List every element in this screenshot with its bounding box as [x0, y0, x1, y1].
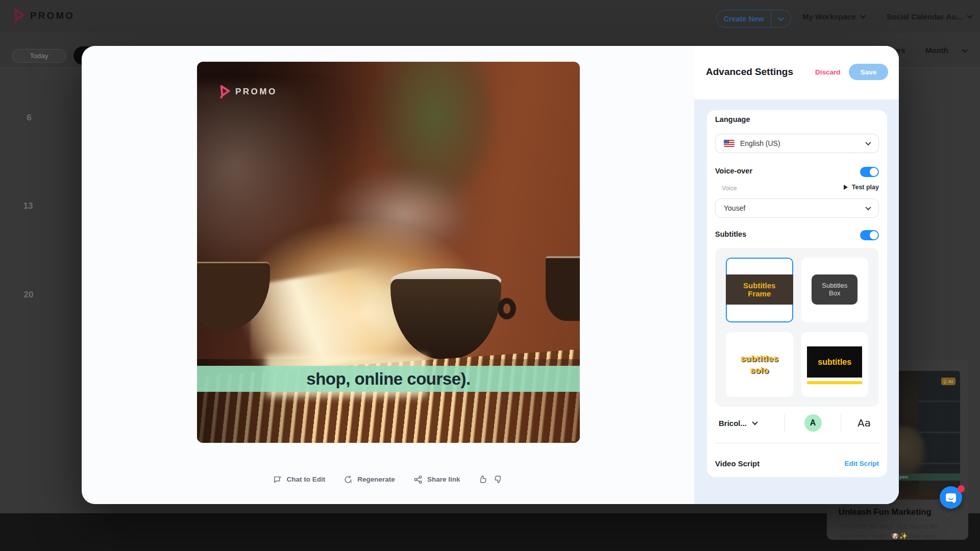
- chevron-down-icon: [865, 140, 871, 145]
- chat-to-edit-button[interactable]: Chat to Edit: [273, 475, 326, 484]
- font-family-dropdown[interactable]: Bricol...: [707, 414, 785, 432]
- thumbs-up-icon[interactable]: [478, 474, 488, 484]
- frame-style-preview: Subtitles Frame: [726, 274, 793, 305]
- panel-title: Advanced Settings: [706, 66, 793, 78]
- top-navbar: PROMO Create New My Workspace Social Cal…: [0, 0, 980, 33]
- regenerate-label: Regenerate: [357, 475, 395, 483]
- subtitles-toggle[interactable]: [860, 230, 879, 240]
- share-link-button[interactable]: Share link: [413, 475, 460, 484]
- calendar-date[interactable]: 20: [24, 290, 34, 300]
- save-button[interactable]: Save: [849, 64, 888, 80]
- voiceover-label: Voice-over: [715, 167, 752, 175]
- ai-badge: AI: [941, 378, 956, 385]
- today-label: Today: [30, 52, 48, 60]
- subtitle-style-box[interactable]: Subtitles Box: [801, 258, 869, 322]
- chevron-down-icon: [967, 13, 972, 18]
- panel-body: Language English (US) Voice-over Voice T…: [694, 99, 899, 504]
- ai-badge-label: AI: [948, 379, 953, 384]
- calendar-date[interactable]: 6: [27, 113, 31, 123]
- chat-notification-dot: [958, 485, 965, 492]
- project-menu[interactable]: Social Calendar Au...: [887, 0, 972, 33]
- block-style-preview: subtitles: [807, 346, 862, 378]
- discard-button[interactable]: Discard: [815, 68, 841, 76]
- mic-icon: [944, 380, 946, 383]
- video-script-label: Video Script: [715, 459, 760, 468]
- subtitle-font-controls: Bricol... A Aa: [707, 407, 887, 439]
- chevron-down-icon[interactable]: [771, 17, 791, 21]
- test-play-button[interactable]: Test play: [844, 184, 879, 191]
- block-style-label: subtitles: [818, 358, 851, 367]
- voice-select[interactable]: Yousef: [715, 198, 879, 218]
- month-view-label: Month: [925, 46, 948, 55]
- box-style-label: Subtitles Box: [822, 282, 847, 297]
- font-color-swatch: A: [804, 414, 822, 432]
- video-preview-modal: shop, online course). PROMO Chat: [82, 46, 899, 504]
- font-color-picker[interactable]: A: [785, 414, 841, 432]
- panel-header: Advanced Settings Discard Save: [694, 46, 899, 99]
- voice-label: Voice: [722, 185, 737, 192]
- video-script-row: Video Script Edit Script: [707, 450, 887, 477]
- test-play-label: Test play: [852, 184, 879, 191]
- font-color-letter: A: [810, 418, 816, 428]
- post-body-text: You came for dogs, but stayed for market…: [839, 522, 948, 541]
- promo-logo[interactable]: PROMO: [13, 9, 75, 23]
- subtitle-style-picker: Subtitles Frame Subtitles Box subtitles …: [715, 248, 879, 407]
- my-workspace-menu[interactable]: My Workspace: [802, 0, 865, 33]
- info-icon[interactable]: i: [945, 508, 952, 515]
- chevron-down-icon: [752, 419, 757, 425]
- thumbs-down-icon[interactable]: [493, 474, 503, 484]
- language-label: Language: [715, 115, 750, 123]
- chat-edit-icon: [273, 475, 282, 484]
- video-actions-row: Chat to Edit Regenerate Share link: [82, 474, 694, 484]
- video-player[interactable]: shop, online course). PROMO: [197, 62, 580, 443]
- box-style-preview: Subtitles Box: [812, 274, 857, 305]
- regenerate-icon: [344, 475, 353, 484]
- video-cup-right: [546, 256, 580, 321]
- promo-watermark-icon: [219, 85, 231, 98]
- project-label: Social Calendar Au...: [887, 12, 963, 21]
- subtitle-style-solo[interactable]: subtitles solo: [726, 332, 793, 397]
- regenerate-button[interactable]: Regenerate: [344, 475, 395, 484]
- chat-to-edit-label: Chat to Edit: [287, 475, 326, 483]
- chevron-down-icon: [860, 13, 866, 18]
- feedback-buttons: [478, 474, 503, 484]
- subtitle-style-frame[interactable]: Subtitles Frame: [726, 258, 793, 322]
- voiceover-toggle[interactable]: [860, 167, 879, 177]
- voice-value: Yousef: [724, 204, 745, 212]
- font-size-button[interactable]: Aa: [841, 414, 887, 432]
- solo-style-preview: subtitles solo: [726, 332, 793, 397]
- edit-script-link[interactable]: Edit Script: [844, 460, 879, 467]
- subtitle-text: shop, online course).: [306, 369, 470, 389]
- post-title: Unleash Fun Marketing: [839, 507, 946, 517]
- font-family-label: Bricol...: [719, 419, 747, 428]
- app-screen: PROMO Create New My Workspace Social Cal…: [0, 0, 980, 551]
- promo-logo-icon: [13, 9, 26, 23]
- share-icon: [413, 475, 423, 484]
- subtitle-band: shop, online course).: [197, 366, 580, 392]
- video-cup-handle: [498, 298, 516, 319]
- block-style-underline: [807, 381, 862, 384]
- us-flag-icon: [724, 140, 734, 147]
- subtitle-style-block[interactable]: subtitles: [801, 332, 869, 397]
- create-new-label: Create New: [717, 15, 771, 23]
- language-value: English (US): [740, 139, 780, 147]
- create-new-button[interactable]: Create New: [716, 10, 791, 28]
- month-view-dropdown[interactable]: Month: [925, 33, 967, 68]
- promo-watermark-text: PROMO: [235, 87, 277, 97]
- font-size-icon: Aa: [857, 417, 871, 429]
- language-select[interactable]: English (US): [715, 134, 879, 153]
- video-watermark: PROMO: [219, 85, 277, 98]
- subtitles-label: Subtitles: [715, 230, 746, 238]
- settings-card: Language English (US) Voice-over Voice T…: [707, 110, 887, 477]
- chevron-down-icon: [962, 46, 967, 52]
- thumbnail-caption-partial: pen:: [899, 474, 909, 480]
- today-button[interactable]: Today: [12, 49, 66, 63]
- my-workspace-label: My Workspace: [802, 12, 856, 21]
- promo-logo-text: PROMO: [30, 10, 75, 21]
- divider: [715, 443, 879, 443]
- chat-bubble-icon: [946, 493, 956, 502]
- share-link-label: Share link: [427, 475, 460, 483]
- video-preview-area: shop, online course). PROMO Chat: [82, 46, 694, 504]
- advanced-settings-panel: Advanced Settings Discard Save Language …: [694, 46, 899, 504]
- calendar-date[interactable]: 13: [23, 201, 33, 211]
